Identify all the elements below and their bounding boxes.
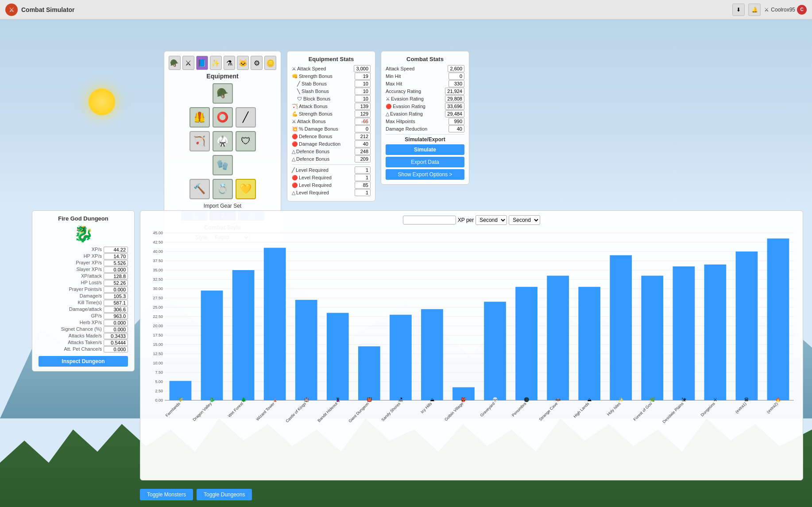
cape-slot[interactable]: 🦺 (189, 107, 210, 128)
bar-chart: 45.0042.5040.0037.5035.0032.5030.0027.50… (145, 228, 798, 462)
svg-rect-81 (610, 255, 632, 400)
gps-label: GP/s (39, 313, 102, 319)
dungeon-stat-killtime: Kill Time(s) 587.1 (37, 300, 130, 306)
stat-level-req2: 🔴Level Required 1 (292, 174, 371, 181)
prayer-pts-label: Prayer Points/s (39, 286, 102, 293)
stat-level-req4: △Level Required 1 (292, 189, 371, 196)
svg-text:35.00: 35.00 (153, 268, 163, 272)
svg-rect-84 (641, 276, 663, 400)
notification-button[interactable]: 🔔 (748, 4, 761, 16)
nav-potion-icon[interactable]: ⚗ (224, 56, 236, 70)
show-export-options-button[interactable]: Show Export Options > (386, 169, 464, 180)
toggle-dungeons-button[interactable]: Toggle Dungeons (197, 489, 252, 500)
ring-slot[interactable]: 💍 (213, 179, 233, 199)
signet-val: 0.000 (104, 326, 128, 333)
gloves-row: 🧤 (169, 155, 276, 175)
cs-attack-speed-label: Attack Speed (386, 66, 414, 71)
xpattack-label: XP/attack (39, 273, 102, 279)
slash-bonus-val: 10 (355, 88, 371, 95)
attack-bonus-val: 139 (355, 103, 371, 110)
stat-level-req3: 🔴Level Required 85 (292, 182, 371, 189)
svg-text:12.50: 12.50 (153, 352, 163, 356)
download-button[interactable]: ⬇ (732, 4, 745, 16)
cs-min-hit-val: 0 (449, 73, 464, 80)
level-req1-val: 1 (355, 166, 371, 174)
nav-sword-icon[interactable]: ⚔ (182, 56, 194, 70)
nav-helmet-icon[interactable]: 🪖 (169, 56, 181, 70)
level-req3-val: 85 (355, 182, 371, 189)
svg-text:🏰: 🏰 (304, 397, 309, 403)
cs-dmg-reduction-val: 40 (449, 125, 464, 132)
svg-text:🌲: 🌲 (241, 397, 247, 403)
attacks-made-label: Attacks Made/s (39, 333, 102, 339)
gloves-slot[interactable]: 🧤 (213, 155, 233, 175)
svg-text:🦇: 🦇 (555, 397, 561, 403)
svg-rect-45 (232, 270, 255, 400)
equipment-title: Equipment (169, 73, 276, 80)
nav-magic-icon[interactable]: ✨ (210, 56, 222, 70)
level-req2-val: 1 (355, 174, 371, 181)
boots-slot[interactable]: 🔨 (189, 179, 210, 199)
slash-bonus-label: ╲ Slash Bonus (292, 89, 329, 94)
stat-level-req1: ╱Level Required 1 (292, 166, 371, 174)
xps-label: XP/s (39, 247, 102, 253)
attack-bonus-label: 🏹Attack Bonus (292, 104, 328, 109)
offhand-slot[interactable]: 💛 (236, 179, 256, 199)
nav-gear-icon[interactable]: ⚙ (251, 56, 263, 70)
dungeon-stat-prayxps: Prayer XP/s 5.526 (37, 260, 130, 266)
svg-text:👹: 👹 (367, 397, 372, 403)
xpattack-val: 128.8 (104, 273, 128, 279)
stat-defence-bonus2: △Defence Bonus 248 (292, 148, 371, 155)
dungeon-stat-herbxp: Herb XP/s 0.000 (37, 320, 130, 326)
svg-text:Dragon Valley: Dragon Valley (192, 401, 213, 422)
pet-chance-val: 0.000 (104, 346, 128, 352)
svg-text:(extra1): (extra1) (735, 401, 747, 414)
xp-input[interactable] (403, 216, 456, 224)
svg-text:22.50: 22.50 (153, 314, 163, 319)
nav-pet-icon[interactable]: 🐱 (237, 56, 249, 70)
per-select[interactable]: Second Minute Hour (476, 215, 507, 225)
svg-text:Castle of Kings: Castle of Kings (285, 401, 307, 423)
simulate-button[interactable]: Simulate (386, 144, 464, 155)
slayxps-val: 0.000 (104, 267, 128, 273)
user-info: ⚔ Coolrox95 C (764, 5, 807, 15)
dungeon-stat-pet-chance: Att. Pet Chance/s 0.000 (37, 346, 130, 352)
inspect-dungeon-button[interactable]: Inspect Dungeon (39, 356, 128, 367)
amulet-slot[interactable]: ⭕ (213, 107, 233, 128)
cs-dmg-reduction-label: Damage Reduction (386, 126, 427, 132)
app-logo: ⚔ (5, 4, 18, 16)
block-bonus-label: 🛡 Block Bonus (292, 96, 330, 101)
cs-max-hp-val: 990 (449, 118, 464, 125)
nav-coin-icon[interactable]: 🪙 (264, 56, 276, 70)
svg-text:🏖: 🏖 (398, 397, 403, 402)
dmgattack-val: 306.6 (104, 306, 128, 313)
combat-stats-panel: Combat Stats Attack Speed 2,600 Min Hit … (381, 51, 469, 185)
shield-slot[interactable]: 🛡 (236, 131, 256, 151)
svg-rect-96 (767, 239, 789, 400)
time-select[interactable]: Second Minute Hour (509, 215, 540, 225)
svg-rect-72 (515, 287, 537, 400)
stab-bonus-label: ╱ Stab Bonus (292, 81, 327, 87)
killtime-label: Kill Time(s) (39, 300, 102, 306)
stat-attack-bonus: 🏹Attack Bonus 139 (292, 103, 371, 110)
export-data-button[interactable]: Export Data (386, 157, 464, 167)
cs-max-hp-label: Max Hitpoints (386, 119, 415, 124)
red-dot-icon: 🔴 (386, 104, 392, 109)
dungeon-stat-slayxps: Slayer XP/s 0.000 (37, 267, 130, 273)
cs-evasion1: ⚔Evasion Rating 29,808 (386, 95, 464, 102)
attack-speed-val: 3,000 (354, 65, 371, 72)
body-slot[interactable]: 🥋 (213, 131, 233, 151)
triangle-icon: △ (386, 111, 389, 117)
dungeon-stat-attacks-made: Attacks Made/s 0.3433 (37, 333, 130, 339)
arrows-slot[interactable]: ╱ (236, 107, 256, 128)
toggle-monsters-button[interactable]: Toggle Monsters (140, 489, 193, 500)
svg-text:Penumbra: Penumbra (511, 401, 527, 417)
svg-text:7.50: 7.50 (155, 370, 163, 375)
fist-icon: 👊 (292, 74, 298, 79)
stat-attack-speed: ⚔Attack Speed 3,000 (292, 65, 371, 72)
nav-book-icon[interactable]: 📘 (196, 56, 208, 70)
prayer-pts-val: 0.000 (104, 286, 128, 293)
helmet-slot[interactable]: 🪖 (213, 83, 233, 104)
svg-text:(extra2): (extra2) (766, 401, 779, 414)
weapon-slot[interactable]: 🏹 (189, 131, 210, 151)
